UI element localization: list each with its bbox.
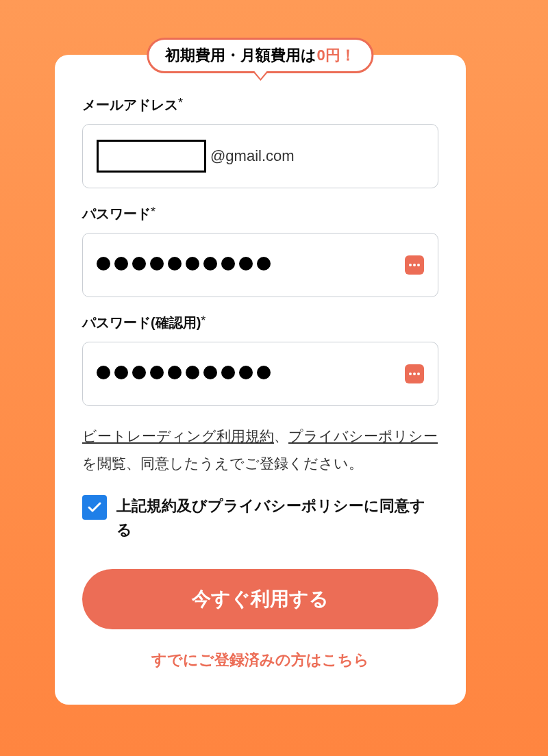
- required-mark: *: [151, 205, 155, 218]
- badge-suffix: ！: [340, 45, 356, 66]
- badge-arrow-icon: [252, 71, 269, 81]
- promo-badge: 初期費用・月額費用は 0円 ！: [147, 38, 373, 73]
- email-suffix: @gmail.com: [210, 147, 295, 165]
- email-label-text: メールアドレス: [82, 97, 178, 112]
- email-local-input[interactable]: [97, 140, 206, 173]
- badge-accent: 0円: [316, 45, 340, 66]
- required-mark: *: [178, 96, 183, 110]
- already-registered-link[interactable]: すでにご登録済みの方はこちら: [82, 650, 438, 670]
- password-confirm-input[interactable]: [82, 342, 438, 406]
- consent-checkbox[interactable]: [82, 495, 107, 520]
- required-mark: *: [201, 314, 206, 327]
- terms-link[interactable]: ビートレーディング利用規約: [82, 428, 274, 444]
- password-confirm-label: パスワード(確認用)*: [82, 314, 438, 332]
- password-mask: [97, 257, 275, 273]
- signup-card: 初期費用・月額費用は 0円 ！ メールアドレス* @gmail.com パスワー…: [55, 55, 466, 705]
- check-icon: [86, 499, 103, 516]
- password-manager-icon[interactable]: [405, 364, 424, 383]
- terms-text: ビートレーディング利用規約、プライバシーポリシーを閲覧、同意したうえでご登録くだ…: [82, 423, 438, 477]
- privacy-link[interactable]: プライバシーポリシー: [288, 428, 438, 444]
- password-group: パスワード*: [82, 205, 438, 297]
- password-label-text: パスワード: [82, 206, 151, 221]
- terms-tail: を閲覧、同意したうえでご登録ください。: [82, 455, 363, 471]
- badge-prefix: 初期費用・月額費用は: [165, 45, 316, 66]
- submit-button[interactable]: 今すぐ利用する: [82, 569, 438, 629]
- password-confirm-label-text: パスワード(確認用): [82, 315, 201, 330]
- email-label: メールアドレス*: [82, 96, 438, 114]
- consent-row: 上記規約及びプライバシーポリシーに同意する: [82, 494, 438, 542]
- terms-sep: 、: [274, 428, 288, 444]
- email-input-wrap[interactable]: @gmail.com: [82, 124, 438, 188]
- password-confirm-group: パスワード(確認用)*: [82, 314, 438, 406]
- password-manager-icon[interactable]: [405, 255, 424, 275]
- password-confirm-mask: [97, 366, 275, 382]
- email-group: メールアドレス* @gmail.com: [82, 96, 438, 188]
- consent-label: 上記規約及びプライバシーポリシーに同意する: [116, 494, 438, 542]
- password-label: パスワード*: [82, 205, 438, 223]
- password-input[interactable]: [82, 233, 438, 297]
